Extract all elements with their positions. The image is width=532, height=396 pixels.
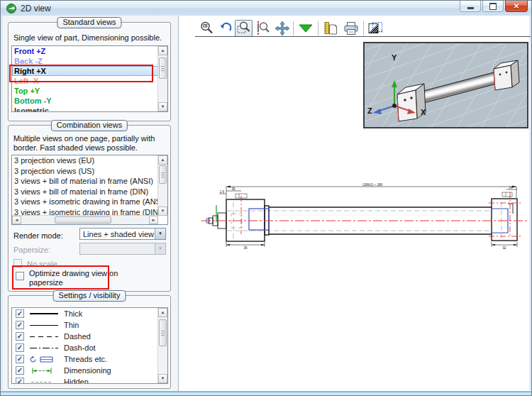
- settings-list: Thick Thin Dashed Dash-dot: [11, 307, 168, 384]
- thick-checkbox[interactable]: [16, 309, 24, 318]
- list-item-top-y[interactable]: Top +Y: [12, 86, 158, 96]
- close-button[interactable]: ✕: [505, 1, 528, 12]
- scroll-right-icon[interactable]: ►: [149, 216, 158, 224]
- pan-button[interactable]: [273, 20, 291, 37]
- dashed-checkbox[interactable]: [16, 332, 24, 341]
- papersize-format-button[interactable]: [321, 20, 339, 37]
- print-button[interactable]: [342, 20, 360, 37]
- window-frame-bottom: [1, 390, 531, 395]
- scroll-up-icon[interactable]: ▲: [158, 308, 167, 317]
- right-top-dimension: 14: [509, 186, 513, 189]
- export-view-icon: [367, 21, 384, 36]
- list-item-3pv-eu[interactable]: 3 projection views (EU): [12, 155, 158, 166]
- zoom-window-icon: [236, 21, 252, 36]
- minimize-icon: [467, 7, 474, 9]
- scroll-left-icon[interactable]: ◄: [12, 216, 21, 224]
- dimension-arrows: [226, 186, 517, 246]
- render-mode-select[interactable]: Lines + shaded view ▼: [79, 228, 166, 240]
- standard-views-group-label: Standard views: [57, 17, 121, 28]
- setting-row-dimensioning[interactable]: Dimensioning: [12, 365, 158, 376]
- setting-row-dashed[interactable]: Dashed: [12, 331, 158, 342]
- scrollbar-thumb[interactable]: [159, 165, 167, 184]
- list-item-isometric[interactable]: Isometric: [12, 106, 158, 111]
- axis-x-label: X: [421, 108, 426, 116]
- setting-row-hidden[interactable]: Hidden: [12, 376, 158, 383]
- scrollbar-thumb[interactable]: [55, 216, 111, 224]
- apply-green-arrow-icon: [297, 21, 314, 36]
- maximize-icon: [489, 3, 497, 10]
- combination-views-description-2: border. Fast shaded views possible.: [13, 143, 138, 152]
- scrollbar-thumb[interactable]: [159, 57, 167, 79]
- right-width-dimension: 32: [502, 246, 506, 250]
- combination-views-group-label: Combination views: [51, 120, 128, 131]
- left-top-dimension: 35: [231, 187, 235, 191]
- zoom-in-out-button[interactable]: [198, 20, 216, 37]
- part-outline: [226, 199, 517, 241]
- left-small-dimension: 1.6: [220, 190, 225, 194]
- undo-button[interactable]: [216, 20, 234, 37]
- dashed-line-sample: [30, 333, 61, 340]
- list-item-left-x[interactable]: Left -X: [12, 76, 158, 86]
- no-scale-checkbox: [13, 259, 22, 268]
- zoom-previous-icon: [255, 21, 271, 36]
- papersize-format-icon: [322, 21, 339, 36]
- list-item-bottom-y[interactable]: Bottom -Y: [12, 96, 158, 106]
- scrollbar-thumb[interactable]: [159, 319, 167, 346]
- thin-line-sample: [30, 321, 61, 329]
- preview-3d: Y Z X: [363, 42, 528, 128]
- threads-checkbox[interactable]: [16, 355, 24, 363]
- scroll-down-icon[interactable]: ▼: [158, 374, 167, 383]
- combination-views-description-1: Multiple views on one page, partially wi…: [13, 134, 155, 143]
- threads-icon: [30, 356, 61, 363]
- chevron-down-icon[interactable]: ▼: [155, 229, 165, 239]
- standard-views-description: Single view of part, Dimensioning possib…: [13, 33, 162, 42]
- dimension-icon: [30, 367, 61, 374]
- optimize-checkbox[interactable]: [16, 272, 24, 280]
- scroll-down-icon[interactable]: ▼: [158, 102, 167, 111]
- axis-y-label: Y: [392, 53, 397, 62]
- setting-row-dashdot[interactable]: Dash-dot: [12, 342, 158, 353]
- print-icon: [343, 21, 360, 36]
- settings-visibility-group: Settings / visibility Thick Thin Dashed: [8, 295, 171, 389]
- overall-dimension: (166±1) ≈ 186: [362, 183, 382, 187]
- thin-checkbox[interactable]: [16, 321, 24, 329]
- setting-row-threads[interactable]: Threads etc.: [12, 353, 158, 365]
- list-item-bom-ansi[interactable]: 3 views + bill of material in frame (ANS…: [12, 176, 158, 187]
- scroll-down-icon[interactable]: ▼: [158, 207, 167, 216]
- setting-row-thin[interactable]: Thin: [12, 319, 158, 331]
- list-item-bom-din[interactable]: 3 views + bill of material in frame (DIN…: [12, 187, 158, 197]
- render-mode-value: Lines + shaded view: [83, 229, 154, 239]
- dash-dot-checkbox[interactable]: [16, 343, 24, 352]
- list-item-back-z[interactable]: Back -Z: [12, 56, 158, 66]
- maximize-button[interactable]: [482, 1, 504, 12]
- hidden-checkbox[interactable]: [16, 378, 24, 383]
- zoom-previous-button[interactable]: [254, 20, 272, 37]
- list-item-front-z[interactable]: Front +Z: [12, 46, 158, 56]
- list-item-3pv-us[interactable]: 3 projection views (US): [12, 166, 158, 177]
- optimize-label-1: Optimize drawing view on: [29, 269, 118, 277]
- toolbar-divider: [195, 36, 531, 37]
- titlebar[interactable]: 2D view ✕: [1, 1, 531, 16]
- vertical-scrollbar[interactable]: ▲ ▼: [157, 46, 167, 111]
- papersize-select: ▼: [79, 243, 166, 255]
- left-width-dimension: 36: [243, 246, 248, 250]
- horizontal-scrollbar[interactable]: ◄ ►: [12, 215, 158, 224]
- drawing-2d-canvas[interactable]: (166±1) ≈ 186 35 1.6 36 14 32: [200, 178, 531, 252]
- dimensioning-checkbox[interactable]: [16, 366, 24, 375]
- dimension-lines: [219, 187, 517, 247]
- zoom-window-button[interactable]: [235, 20, 253, 37]
- list-item-iso-ansi[interactable]: 3 views + isometric drawing in frame (AN…: [12, 197, 158, 207]
- thick-line-sample: [30, 310, 61, 317]
- export-view-button[interactable]: [366, 20, 384, 37]
- minimize-button[interactable]: [460, 1, 481, 12]
- list-item-right-x[interactable]: Right +X: [12, 66, 158, 76]
- vertical-scrollbar[interactable]: ▲ ▼: [157, 155, 167, 216]
- undo-icon: [218, 21, 233, 36]
- setting-row-thick[interactable]: Thick: [12, 308, 158, 319]
- hidden-icon: [30, 378, 61, 383]
- scroll-up-icon[interactable]: ▲: [158, 46, 167, 55]
- app-icon: [6, 3, 17, 14]
- scroll-up-icon[interactable]: ▲: [158, 155, 167, 165]
- apply-view-button[interactable]: [297, 20, 314, 37]
- vertical-scrollbar[interactable]: ▲ ▼: [157, 308, 167, 383]
